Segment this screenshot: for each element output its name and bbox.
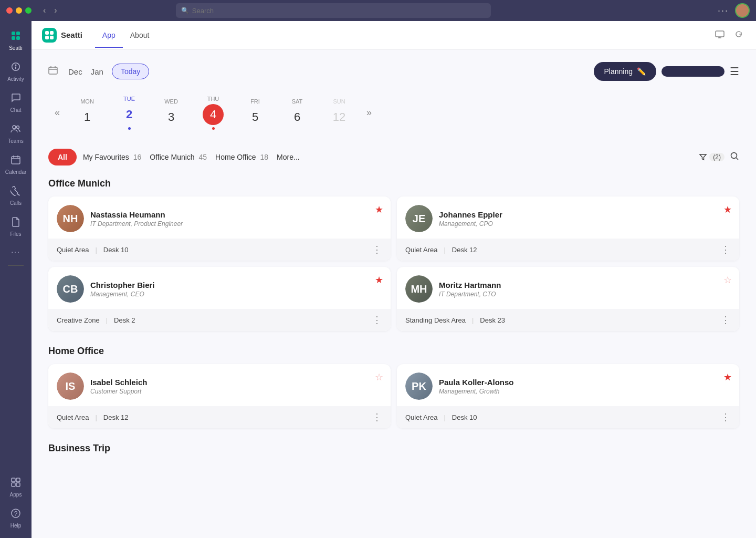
svg-rect-14 (12, 483, 15, 487)
card-more-isabel[interactable]: ⋮ (372, 411, 382, 423)
next-week-btn[interactable]: » (360, 103, 378, 122)
star-nastassia[interactable]: ★ (375, 204, 383, 215)
card-more-moritz[interactable]: ⋮ (721, 314, 731, 326)
star-isabel[interactable]: ☆ (375, 371, 383, 383)
calendar-menu-icon[interactable]: ☰ (730, 65, 739, 78)
more-menu[interactable]: ··· (718, 5, 729, 16)
card-top-christopher: CB Christopher Bieri Management, CEO ★ (48, 267, 391, 309)
prev-week-btn[interactable]: « (48, 103, 66, 122)
week-strip: « MON 1 TUE 2 WED 3 THU 4 (48, 91, 739, 134)
svg-rect-13 (16, 478, 20, 482)
card-name-moritz: Moritz Hartmann (439, 281, 731, 289)
header-refresh-btn[interactable] (732, 27, 746, 43)
card-bottom-moritz: Standing Desk Area | Desk 23 ⋮ (397, 309, 739, 331)
filter-homeoffice-btn[interactable]: Home Office 18 (213, 149, 270, 165)
sidebar-label-files: Files (10, 231, 21, 237)
card-more-johannes[interactable]: ⋮ (721, 244, 731, 255)
card-info-isabel: Isabel Schleich Customer Support (90, 378, 382, 395)
sidebar-label-seatti: Seatti (9, 45, 23, 51)
filter-all-btn[interactable]: All (48, 149, 77, 165)
card-bottom-nastassia: Quiet Area | Desk 10 ⋮ (48, 239, 391, 261)
close-dot[interactable] (6, 7, 13, 14)
cal-month-dec[interactable]: Dec (68, 67, 82, 76)
search-bar[interactable]: 🔍 (176, 3, 491, 18)
svg-text:?: ? (14, 510, 18, 518)
card-info-nastassia: Nastassia Heumann IT Department, Product… (90, 210, 382, 227)
card-more-nastassia[interactable]: ⋮ (372, 244, 382, 255)
sidebar-item-help[interactable]: ? Help (0, 504, 32, 533)
calendar-icon (10, 154, 21, 168)
employee-card-moritz: MH Moritz Hartmann IT Department, CTO ☆ … (397, 267, 739, 331)
sidebar-item-more[interactable]: ··· (0, 243, 32, 260)
card-bottom-isabel: Quiet Area | Desk 12 ⋮ (48, 406, 391, 428)
sidebar-item-seatti[interactable]: Seatti (0, 26, 32, 55)
cal-month-jan[interactable]: Jan (91, 67, 103, 76)
back-button[interactable]: ‹ (40, 5, 49, 16)
day-fri[interactable]: FRI 5 (234, 94, 276, 132)
sidebar-label-calls: Calls (10, 200, 22, 206)
card-info-johannes: Johannes Eppler Management, CPO (439, 210, 731, 227)
svg-point-29 (731, 152, 737, 158)
sidebar-item-activity[interactable]: Activity (0, 57, 32, 86)
day-thu[interactable]: THU 4 (192, 91, 234, 134)
filter-more-btn[interactable]: More... (275, 149, 302, 165)
planning-btn[interactable]: Planning ✏️ (594, 62, 657, 81)
minimize-dot[interactable] (16, 7, 22, 14)
teams-icon (10, 123, 21, 137)
avatar-christopher: CB (57, 275, 84, 303)
day-mon[interactable]: MON 1 (66, 94, 108, 132)
files-icon (10, 216, 21, 230)
section-title-business: Business Trip (48, 443, 739, 454)
search-btn[interactable] (730, 151, 739, 163)
forward-button[interactable]: › (51, 5, 60, 16)
filter-favourites-btn[interactable]: My Favourites 16 (81, 149, 143, 165)
sidebar-item-chat[interactable]: Chat (0, 88, 32, 117)
card-bottom-johannes: Quiet Area | Desk 12 ⋮ (397, 239, 739, 261)
card-more-christopher[interactable]: ⋮ (372, 314, 382, 326)
app-logo: Seatti (42, 28, 82, 43)
sidebar-item-calls[interactable]: Calls (0, 181, 32, 210)
sidebar-item-calendar[interactable]: Calendar (0, 150, 32, 179)
maximize-dot[interactable] (25, 7, 32, 14)
day-sat[interactable]: SAT 6 (276, 94, 318, 132)
filter-munich-btn[interactable]: Office Munich 45 (148, 149, 209, 165)
sidebar-item-apps[interactable]: Apps (0, 473, 32, 502)
filter-icon (699, 153, 707, 161)
help-icon: ? (10, 508, 21, 521)
sidebar-item-files[interactable]: Files (0, 212, 32, 241)
star-johannes[interactable]: ★ (723, 204, 732, 215)
avatar-paula: PK (405, 373, 433, 400)
avatar-isabel: IS (57, 373, 84, 400)
homeoffice-employee-grid: IS Isabel Schleich Customer Support ☆ Qu… (48, 364, 739, 428)
app-nav: App About (95, 23, 157, 48)
employee-card-nastassia: NH Nastassia Heumann IT Department, Prod… (48, 196, 391, 261)
card-location-moritz: Standing Desk Area | Desk 23 (405, 316, 505, 324)
day-sun[interactable]: SUN 12 (318, 94, 360, 132)
calendar-icon-small (48, 66, 58, 78)
employee-card-isabel: IS Isabel Schleich Customer Support ☆ Qu… (48, 364, 391, 428)
card-more-paula[interactable]: ⋮ (721, 411, 731, 423)
star-moritz[interactable]: ☆ (723, 274, 732, 286)
tab-about[interactable]: About (123, 23, 157, 48)
app-header: Seatti App About (32, 21, 756, 49)
card-name-nastassia: Nastassia Heumann (90, 210, 382, 219)
svg-rect-21 (50, 36, 54, 39)
card-role-christopher: Management, CEO (90, 291, 382, 298)
card-name-isabel: Isabel Schleich (90, 378, 382, 387)
sidebar-item-teams[interactable]: Teams (0, 119, 32, 148)
star-christopher[interactable]: ★ (375, 274, 383, 286)
svg-rect-18 (45, 31, 49, 35)
cal-today-btn[interactable]: Today (112, 64, 149, 79)
day-wed[interactable]: WED 3 (150, 94, 192, 132)
filter-icon-btn[interactable]: (2) (699, 153, 724, 161)
day-tue[interactable]: TUE 2 (108, 91, 150, 134)
dark-btn[interactable] (662, 66, 724, 77)
user-avatar-title[interactable] (735, 3, 750, 18)
card-role-johannes: Management, CPO (439, 220, 731, 227)
card-top-isabel: IS Isabel Schleich Customer Support ☆ (48, 364, 391, 406)
header-screen-btn[interactable] (713, 27, 727, 43)
search-input[interactable] (192, 7, 486, 15)
tab-app[interactable]: App (95, 23, 123, 48)
svg-rect-22 (716, 31, 724, 37)
star-paula[interactable]: ★ (723, 371, 732, 383)
